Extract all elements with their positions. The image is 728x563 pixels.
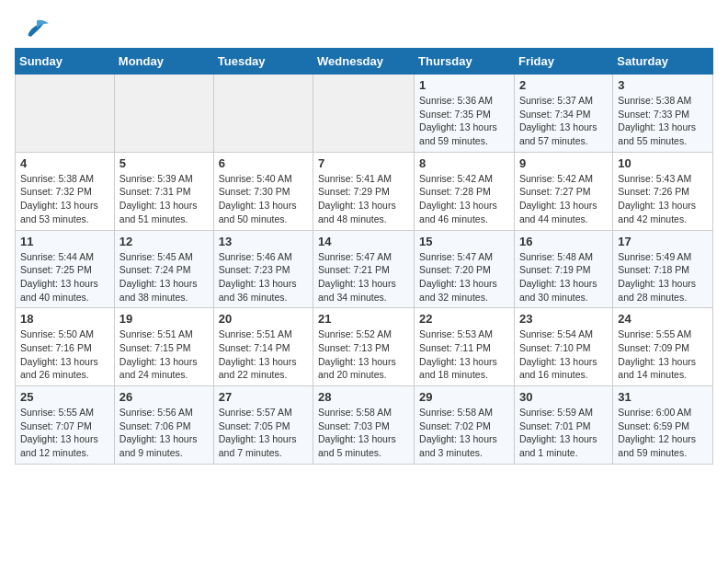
day-number: 17 [618,235,708,248]
calendar-header-friday: Friday [514,49,612,75]
calendar-table: SundayMondayTuesdayWednesdayThursdayFrid… [15,48,713,465]
day-number: 11 [20,235,109,248]
calendar-cell: 27Sunrise: 5:57 AM Sunset: 7:05 PM Dayli… [213,386,313,465]
day-info: Sunrise: 5:58 AM Sunset: 7:03 PM Dayligh… [318,406,409,460]
day-info: Sunrise: 5:42 AM Sunset: 7:28 PM Dayligh… [419,172,509,226]
day-number: 31 [618,390,708,404]
calendar-cell: 3Sunrise: 5:38 AM Sunset: 7:33 PM Daylig… [613,75,713,153]
calendar-header-monday: Monday [114,49,213,75]
calendar-header-row: SundayMondayTuesdayWednesdayThursdayFrid… [16,49,713,75]
day-number: 12 [119,235,209,248]
day-info: Sunrise: 5:37 AM Sunset: 7:34 PM Dayligh… [519,94,608,148]
calendar-header-wednesday: Wednesday [313,49,415,75]
calendar-cell: 25Sunrise: 5:55 AM Sunset: 7:07 PM Dayli… [16,386,115,465]
calendar-cell: 17Sunrise: 5:49 AM Sunset: 7:18 PM Dayli… [613,230,713,308]
day-number: 7 [318,156,409,170]
calendar-cell: 14Sunrise: 5:47 AM Sunset: 7:21 PM Dayli… [313,230,415,308]
calendar-cell: 7Sunrise: 5:41 AM Sunset: 7:29 PM Daylig… [313,152,415,230]
calendar-cell: 11Sunrise: 5:44 AM Sunset: 7:25 PM Dayli… [16,230,115,308]
day-info: Sunrise: 5:38 AM Sunset: 7:33 PM Dayligh… [618,94,708,148]
day-number: 28 [318,390,409,404]
calendar-cell: 12Sunrise: 5:45 AM Sunset: 7:24 PM Dayli… [114,230,213,308]
day-info: Sunrise: 5:54 AM Sunset: 7:10 PM Dayligh… [519,327,608,382]
calendar-week-row: 25Sunrise: 5:55 AM Sunset: 7:07 PM Dayli… [16,386,713,465]
day-info: Sunrise: 5:41 AM Sunset: 7:29 PM Dayligh… [318,172,409,226]
day-info: Sunrise: 5:49 AM Sunset: 7:18 PM Dayligh… [618,250,708,304]
calendar-cell: 21Sunrise: 5:52 AM Sunset: 7:13 PM Dayli… [313,308,415,386]
calendar-cell: 1Sunrise: 5:36 AM Sunset: 7:35 PM Daylig… [415,75,515,153]
calendar-cell: 16Sunrise: 5:48 AM Sunset: 7:19 PM Dayli… [514,230,612,308]
day-number: 9 [519,156,608,170]
calendar-cell: 8Sunrise: 5:42 AM Sunset: 7:28 PM Daylig… [415,152,515,230]
day-number: 20 [219,312,308,326]
calendar-cell: 15Sunrise: 5:47 AM Sunset: 7:20 PM Dayli… [415,230,515,308]
logo [22,15,55,40]
calendar-cell: 30Sunrise: 5:59 AM Sunset: 7:01 PM Dayli… [514,386,612,465]
calendar-cell: 13Sunrise: 5:46 AM Sunset: 7:23 PM Dayli… [213,230,313,308]
page-header [0,0,728,48]
day-number: 3 [618,78,708,92]
day-number: 30 [519,390,608,404]
day-info: Sunrise: 5:48 AM Sunset: 7:19 PM Dayligh… [519,250,608,304]
day-number: 4 [20,156,109,170]
day-number: 10 [618,156,708,170]
calendar-cell [114,75,213,153]
day-number: 22 [419,312,509,326]
day-info: Sunrise: 5:55 AM Sunset: 7:09 PM Dayligh… [618,327,708,382]
day-info: Sunrise: 5:53 AM Sunset: 7:11 PM Dayligh… [419,327,509,382]
calendar-header-tuesday: Tuesday [213,49,313,75]
day-number: 6 [219,156,308,170]
day-info: Sunrise: 6:00 AM Sunset: 6:59 PM Dayligh… [618,406,708,460]
calendar-cell: 20Sunrise: 5:51 AM Sunset: 7:14 PM Dayli… [213,308,313,386]
day-number: 8 [419,156,509,170]
day-info: Sunrise: 5:38 AM Sunset: 7:32 PM Dayligh… [20,172,109,226]
day-number: 26 [119,390,209,404]
calendar-cell: 23Sunrise: 5:54 AM Sunset: 7:10 PM Dayli… [514,308,612,386]
calendar-cell: 18Sunrise: 5:50 AM Sunset: 7:16 PM Dayli… [16,308,115,386]
day-number: 15 [419,235,509,248]
calendar-week-row: 4Sunrise: 5:38 AM Sunset: 7:32 PM Daylig… [16,152,713,230]
day-info: Sunrise: 5:43 AM Sunset: 7:26 PM Dayligh… [618,172,708,226]
calendar-cell: 22Sunrise: 5:53 AM Sunset: 7:11 PM Dayli… [415,308,515,386]
calendar-week-row: 1Sunrise: 5:36 AM Sunset: 7:35 PM Daylig… [16,75,713,153]
calendar-cell: 4Sunrise: 5:38 AM Sunset: 7:32 PM Daylig… [16,152,115,230]
calendar-cell: 6Sunrise: 5:40 AM Sunset: 7:30 PM Daylig… [213,152,313,230]
calendar-cell: 28Sunrise: 5:58 AM Sunset: 7:03 PM Dayli… [313,386,415,465]
day-number: 19 [119,312,209,326]
calendar-cell: 31Sunrise: 6:00 AM Sunset: 6:59 PM Dayli… [613,386,713,465]
day-number: 2 [519,78,608,92]
day-info: Sunrise: 5:58 AM Sunset: 7:02 PM Dayligh… [419,406,509,460]
day-info: Sunrise: 5:47 AM Sunset: 7:20 PM Dayligh… [419,250,509,304]
day-info: Sunrise: 5:39 AM Sunset: 7:31 PM Dayligh… [119,172,209,226]
calendar-header-sunday: Sunday [16,49,115,75]
day-number: 5 [119,156,209,170]
day-number: 1 [419,78,509,92]
calendar-cell: 29Sunrise: 5:58 AM Sunset: 7:02 PM Dayli… [415,386,515,465]
day-info: Sunrise: 5:36 AM Sunset: 7:35 PM Dayligh… [419,94,509,148]
day-number: 25 [20,390,109,404]
calendar-header-saturday: Saturday [613,49,713,75]
day-number: 13 [219,235,308,248]
calendar-cell [213,75,313,153]
day-info: Sunrise: 5:56 AM Sunset: 7:06 PM Dayligh… [119,406,209,460]
day-number: 21 [318,312,409,326]
calendar-cell: 10Sunrise: 5:43 AM Sunset: 7:26 PM Dayli… [613,152,713,230]
day-info: Sunrise: 5:51 AM Sunset: 7:14 PM Dayligh… [219,327,308,382]
calendar-cell [16,75,115,153]
day-info: Sunrise: 5:57 AM Sunset: 7:05 PM Dayligh… [219,406,308,460]
day-number: 23 [519,312,608,326]
day-number: 24 [618,312,708,326]
day-number: 27 [219,390,308,404]
calendar-cell: 2Sunrise: 5:37 AM Sunset: 7:34 PM Daylig… [514,75,612,153]
calendar-cell: 19Sunrise: 5:51 AM Sunset: 7:15 PM Dayli… [114,308,213,386]
day-number: 14 [318,235,409,248]
calendar-week-row: 18Sunrise: 5:50 AM Sunset: 7:16 PM Dayli… [16,308,713,386]
calendar-cell: 26Sunrise: 5:56 AM Sunset: 7:06 PM Dayli… [114,386,213,465]
calendar-cell: 24Sunrise: 5:55 AM Sunset: 7:09 PM Dayli… [613,308,713,386]
day-info: Sunrise: 5:42 AM Sunset: 7:27 PM Dayligh… [519,172,608,226]
calendar-week-row: 11Sunrise: 5:44 AM Sunset: 7:25 PM Dayli… [16,230,713,308]
day-info: Sunrise: 5:50 AM Sunset: 7:16 PM Dayligh… [20,327,109,382]
day-number: 18 [20,312,109,326]
day-number: 16 [519,235,608,248]
day-info: Sunrise: 5:44 AM Sunset: 7:25 PM Dayligh… [20,250,109,304]
